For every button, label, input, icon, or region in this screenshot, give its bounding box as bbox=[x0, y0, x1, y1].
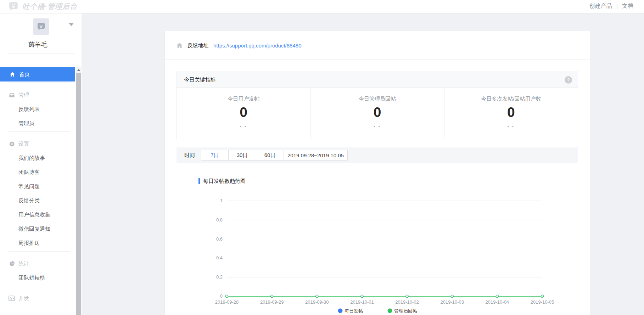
sidebar-section-statistics: 统计 bbox=[0, 257, 75, 271]
chevron-down-icon[interactable] bbox=[69, 23, 74, 26]
scroll-up-arrow-icon[interactable] bbox=[76, 67, 81, 73]
metric-admin-replies: 今日管理员回帖 0 - - bbox=[310, 88, 444, 139]
speech-bubble-icon bbox=[9, 1, 18, 11]
feedback-address-label: 反馈地址 bbox=[187, 42, 209, 49]
app-logo: 吐个槽·管理后台 bbox=[9, 1, 77, 11]
top-bar: 吐个槽·管理后台 创建产品 | 文档 bbox=[0, 0, 644, 13]
sidebar-item-team-leaderboard[interactable]: 团队耕耘榜 bbox=[0, 271, 75, 285]
data-point[interactable] bbox=[451, 295, 453, 298]
metric-sub: - - bbox=[374, 124, 381, 129]
y-axis-tick: 0 bbox=[220, 293, 223, 299]
home-icon bbox=[176, 42, 183, 49]
key-metrics-title: 今日关键指标 bbox=[184, 77, 216, 83]
content-card: 反馈地址 https://support.qq.com/product/8848… bbox=[164, 31, 590, 315]
feedback-url-link[interactable]: https://support.qq.com/product/88480 bbox=[213, 43, 302, 49]
sidebar-item-faq[interactable]: 常见问题 bbox=[0, 179, 75, 193]
x-axis-tick: 2019-09-30 bbox=[305, 299, 329, 305]
inbox-icon bbox=[9, 92, 15, 98]
sidebar-item-weekly-report-push[interactable]: 周报推送 bbox=[0, 236, 75, 250]
x-axis-tick: 2019-10-02 bbox=[395, 299, 419, 305]
docs-link[interactable]: 文档 bbox=[622, 2, 633, 10]
legend-label[interactable]: 每日发帖 bbox=[345, 308, 363, 314]
metric-label: 今日管理员回帖 bbox=[359, 96, 396, 102]
sidebar-item-label: 首页 bbox=[19, 71, 30, 78]
metric-sub: - - bbox=[508, 124, 515, 129]
sidebar-item-label: 用户信息收集 bbox=[18, 212, 50, 218]
sidebar-item-label: 团队博客 bbox=[18, 169, 40, 176]
feedback-address-row: 反馈地址 https://support.qq.com/product/8848… bbox=[165, 31, 590, 60]
y-axis-tick: 0.6 bbox=[216, 236, 223, 242]
menu-divider bbox=[9, 251, 70, 252]
metric-multi-post-users: 今日多次发帖/回帖用户数 0 - - bbox=[444, 88, 578, 139]
sidebar-item-feedback-category[interactable]: 反馈分类 bbox=[0, 193, 75, 208]
data-point[interactable] bbox=[361, 295, 363, 298]
time-filter-7d-button[interactable]: 7日 bbox=[201, 150, 229, 161]
legend-dot[interactable] bbox=[338, 309, 343, 313]
sidebar-menu: 首页 管理 反馈列表 管理员 设置 我们的 bbox=[0, 54, 76, 315]
title-accent-bar bbox=[198, 178, 200, 184]
metric-label: 今日用户发帖 bbox=[228, 96, 259, 102]
code-icon bbox=[9, 296, 15, 301]
x-axis-tick: 2019-10-05 bbox=[531, 299, 554, 305]
data-point[interactable] bbox=[316, 295, 318, 298]
sidebar-item-label: 我们的故事 bbox=[18, 155, 45, 162]
sidebar-section-label: 开发 bbox=[18, 295, 29, 302]
sidebar-section-label: 管理 bbox=[18, 92, 29, 99]
sidebar-item-label: 反馈列表 bbox=[18, 106, 40, 113]
x-axis-tick: 2019-09-29 bbox=[260, 299, 284, 305]
sidebar-item-our-story[interactable]: 我们的故事 bbox=[0, 151, 75, 165]
sidebar-item-label: 反馈分类 bbox=[18, 197, 40, 204]
key-metrics-header: 今日关键指标 ? bbox=[177, 72, 578, 88]
top-actions: 创建产品 | 文档 bbox=[589, 2, 633, 10]
sidebar-item-label: 管理员 bbox=[18, 120, 34, 127]
time-filter-30d-button[interactable]: 30日 bbox=[229, 150, 256, 161]
data-point[interactable] bbox=[226, 295, 228, 298]
key-metrics-panel: 今日关键指标 ? 今日用户发帖 0 - - 今日管理员回帖 0 - - bbox=[177, 72, 578, 139]
sidebar-item-label: 团队耕耘榜 bbox=[18, 275, 45, 281]
metric-sub: - - bbox=[240, 124, 247, 129]
sidebar-section-label: 设置 bbox=[18, 141, 29, 147]
create-product-link[interactable]: 创建产品 bbox=[589, 2, 612, 10]
data-point[interactable] bbox=[541, 295, 544, 298]
sidebar-item-wechat-reply-notice[interactable]: 微信回复通知 bbox=[0, 222, 75, 236]
main-area: 反馈地址 https://support.qq.com/product/8848… bbox=[82, 13, 644, 315]
data-point[interactable] bbox=[496, 295, 498, 298]
sidebar-section-develop: 开发 bbox=[0, 291, 75, 305]
key-metrics-body: 今日用户发帖 0 - - 今日管理员回帖 0 - - 今日多次发帖/回帖用户数 … bbox=[177, 88, 578, 139]
chart-title: 每日发帖数趋势图 bbox=[203, 178, 246, 185]
sidebar-item-label: 常见问题 bbox=[18, 183, 40, 190]
sidebar-item-feedback-list[interactable]: 反馈列表 bbox=[0, 102, 75, 116]
trend-chart[interactable]: 00.20.40.60.812019-09-282019-09-292019-0… bbox=[177, 186, 578, 314]
legend-label[interactable]: 管理员回帖 bbox=[394, 308, 417, 314]
scrollbar-thumb[interactable] bbox=[76, 73, 81, 315]
sidebar-item-label: 周报推送 bbox=[18, 240, 40, 247]
product-avatar[interactable] bbox=[33, 18, 49, 35]
data-point[interactable] bbox=[271, 295, 273, 298]
question-mark-icon[interactable]: ? bbox=[565, 76, 572, 84]
sidebar-item-admins[interactable]: 管理员 bbox=[0, 116, 75, 130]
product-name: 薅羊毛 bbox=[0, 40, 76, 49]
menu-divider bbox=[9, 131, 70, 132]
y-axis-tick: 0.8 bbox=[216, 217, 223, 223]
time-filter-label: 时间 bbox=[184, 152, 195, 159]
x-axis-tick: 2019-10-03 bbox=[440, 299, 464, 305]
sidebar-scrollbar[interactable] bbox=[76, 67, 81, 315]
x-axis-tick: 2019-09-28 bbox=[215, 299, 239, 305]
legend-dot[interactable] bbox=[388, 309, 392, 313]
chart-title-row: 每日发帖数趋势图 bbox=[198, 178, 590, 185]
metric-label: 今日多次发帖/回帖用户数 bbox=[481, 96, 541, 102]
time-filter-bar: 时间 7日 30日 60日 2019.09.28~2019.10.05 bbox=[177, 147, 578, 163]
time-filter-60d-button[interactable]: 60日 bbox=[256, 150, 284, 161]
menu-divider bbox=[9, 83, 70, 83]
data-point[interactable] bbox=[406, 295, 408, 298]
sidebar: 薅羊毛 首页 管理 反馈列表 管理员 bbox=[0, 13, 82, 315]
sidebar-item-user-info-collect[interactable]: 用户信息收集 bbox=[0, 208, 75, 222]
sidebar-item-home[interactable]: 首页 bbox=[0, 67, 75, 81]
sidebar-section-manage: 管理 bbox=[0, 88, 75, 102]
sidebar-item-team-blog[interactable]: 团队博客 bbox=[0, 165, 75, 179]
sidebar-section-settings: 设置 bbox=[0, 137, 75, 151]
x-axis-tick: 2019-10-04 bbox=[486, 299, 509, 305]
menu-divider bbox=[9, 286, 70, 286]
date-range-picker[interactable]: 2019.09.28~2019.10.05 bbox=[284, 150, 348, 161]
y-axis-tick: 0.2 bbox=[216, 274, 223, 280]
